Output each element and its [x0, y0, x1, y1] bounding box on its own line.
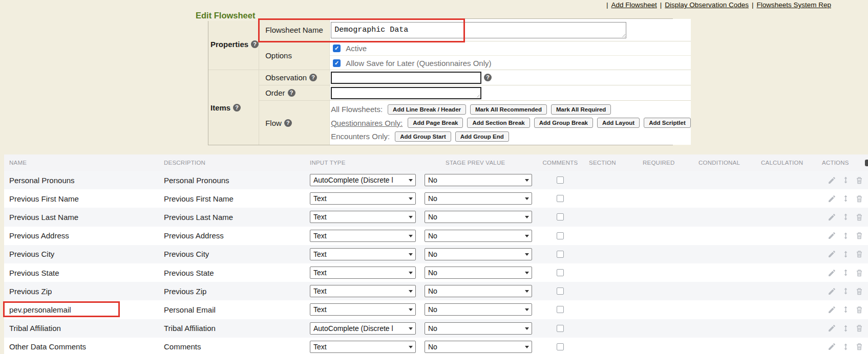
input-type-value: Text [313, 194, 327, 203]
flow-action-button[interactable]: Mark All Recommended [470, 104, 547, 115]
stage-prev-value-select[interactable]: No [425, 341, 532, 353]
edit-icon[interactable] [828, 269, 836, 277]
flow-action-button[interactable]: Add Group Break [534, 118, 593, 128]
delete-icon[interactable] [855, 213, 863, 222]
comments-checkbox[interactable] [557, 232, 564, 239]
help-icon[interactable] [233, 104, 241, 112]
stage-prev-value-select[interactable]: No [425, 211, 532, 223]
reorder-icon[interactable] [842, 250, 850, 259]
flow-action-button[interactable]: Add Layout [597, 118, 640, 128]
input-type-select[interactable]: Text [310, 341, 416, 353]
edit-icon[interactable] [828, 231, 836, 240]
stage-prev-value-select[interactable]: No [425, 322, 532, 335]
chevron-down-icon [409, 235, 413, 239]
delete-icon[interactable] [855, 176, 863, 185]
option-checkbox[interactable]: ✓ [333, 45, 341, 52]
stage-prev-value-select[interactable]: No [425, 285, 532, 297]
comments-checkbox[interactable] [557, 325, 564, 332]
delete-icon[interactable] [855, 269, 863, 277]
edit-icon[interactable] [828, 324, 836, 333]
delete-icon[interactable] [855, 342, 863, 351]
delete-icon[interactable] [855, 287, 863, 296]
stage-prev-value-select[interactable]: No [425, 230, 532, 242]
input-type-select[interactable]: Text [310, 230, 416, 242]
stage-prev-value-value: No [428, 194, 437, 203]
flow-action-button[interactable]: Add Page Break [408, 118, 463, 128]
input-type-select[interactable]: AutoComplete (Discrete l [310, 322, 416, 335]
comments-checkbox[interactable] [557, 343, 564, 350]
edit-icon[interactable] [828, 213, 836, 222]
edit-icon[interactable] [828, 305, 836, 314]
reorder-icon[interactable] [842, 194, 850, 203]
input-type-select[interactable]: Text [310, 285, 416, 297]
help-icon[interactable] [484, 74, 492, 81]
comments-checkbox[interactable] [557, 306, 564, 313]
reorder-icon[interactable] [842, 175, 850, 185]
help-icon[interactable] [284, 119, 292, 127]
flow-action-button[interactable]: Add Group End [455, 131, 509, 142]
flow-action-button[interactable]: Mark All Required [551, 104, 611, 115]
resize-handle[interactable] [475, 93, 480, 98]
input-type-select[interactable]: Text [310, 303, 416, 316]
observation-row: Observation [259, 70, 691, 85]
edit-icon[interactable] [828, 176, 836, 185]
help-icon[interactable] [251, 40, 259, 48]
stage-prev-value-select[interactable]: No [425, 174, 532, 186]
reorder-icon[interactable] [842, 231, 850, 240]
stage-prev-value-value: No [428, 176, 437, 184]
reorder-icon[interactable] [842, 324, 850, 333]
input-type-select[interactable]: Text [310, 192, 416, 205]
comments-checkbox[interactable] [557, 176, 564, 184]
stage-prev-value-select[interactable]: No [425, 192, 532, 205]
comments-checkbox[interactable] [557, 195, 564, 202]
flow-scope-label: Encounters Only: [331, 132, 390, 141]
reorder-icon[interactable] [842, 342, 850, 351]
resize-handle[interactable] [621, 33, 625, 37]
comments-checkbox[interactable] [557, 269, 564, 276]
top-link[interactable]: Add Flowsheet [611, 1, 657, 9]
chevron-down-icon [409, 216, 413, 220]
reorder-icon[interactable] [842, 305, 850, 314]
edit-icon[interactable] [828, 287, 836, 296]
input-type-select[interactable]: AutoComplete (Discrete l [310, 174, 416, 186]
column-header-stage-prev-value: STAGE PREV VALUE [422, 154, 535, 171]
edit-icon[interactable] [828, 342, 836, 351]
observation-input[interactable] [331, 72, 481, 84]
help-icon[interactable] [309, 74, 317, 81]
order-input[interactable] [331, 87, 481, 99]
stage-prev-value-select[interactable]: No [425, 248, 532, 260]
column-header-actions: ACTIONS [819, 154, 868, 171]
top-link[interactable]: Display Observation Codes [665, 1, 749, 9]
input-type-select[interactable]: Text [310, 248, 416, 260]
reorder-icon[interactable] [842, 268, 850, 277]
delete-icon[interactable] [855, 324, 863, 333]
reorder-icon[interactable] [842, 212, 850, 222]
row-name: Other Data Comments [9, 342, 86, 351]
delete-icon[interactable] [855, 194, 863, 203]
flow-action-button[interactable]: Add Line Break / Header [388, 104, 466, 115]
flow-action-button[interactable]: Add Scriptlet [644, 118, 691, 128]
flow-action-button[interactable]: Add Section Break [467, 118, 530, 128]
comments-checkbox[interactable] [557, 251, 564, 258]
comments-checkbox[interactable] [557, 287, 564, 295]
flow-action-button[interactable]: Add Group Start [395, 131, 451, 142]
column-header-name: NAME [4, 154, 164, 171]
stage-prev-value-select[interactable]: No [425, 303, 532, 316]
input-type-select[interactable]: Text [310, 211, 416, 223]
delete-icon[interactable] [855, 250, 863, 258]
delete-icon[interactable] [855, 305, 863, 314]
option-checkbox[interactable]: ✓ [333, 59, 341, 67]
reorder-icon[interactable] [842, 286, 850, 296]
edit-icon[interactable] [828, 250, 836, 258]
column-header-calculation: CALCULATION [758, 154, 819, 171]
stage-prev-value-select[interactable]: No [425, 267, 532, 279]
row-description: Personal Pronouns [164, 176, 229, 185]
comments-checkbox[interactable] [557, 213, 564, 220]
help-icon[interactable] [288, 89, 295, 97]
delete-icon[interactable] [855, 231, 863, 240]
edit-icon[interactable] [828, 194, 836, 203]
chevron-down-icon [409, 290, 413, 295]
top-link[interactable]: Flowsheets System Rep [756, 1, 831, 9]
row-name: Previous Zip [9, 287, 52, 296]
input-type-select[interactable]: Text [310, 267, 416, 279]
